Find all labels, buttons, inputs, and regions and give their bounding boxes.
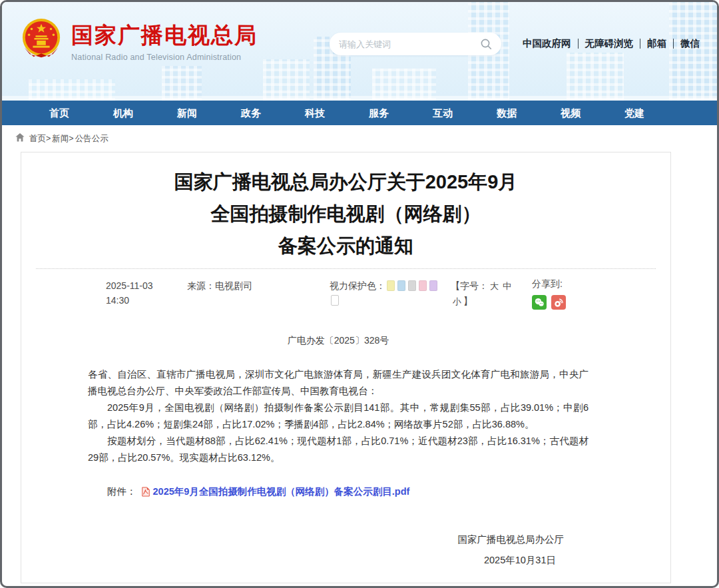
font-size-prefix: 【字号： <box>451 280 488 291</box>
nav-item-1[interactable]: 首页 <box>27 101 91 125</box>
browser-frame: 国家广播电视总局 National Radio and Television A… <box>0 0 719 588</box>
signature-block: 国家广播电视总局办公厅 2025年10月31日 <box>88 529 589 571</box>
article-paragraph-2: 2025年9月，全国电视剧（网络剧）拍摄制作备案公示剧目141部。其中，常规剧集… <box>88 400 589 433</box>
nav-item-9[interactable]: 视频 <box>539 101 602 125</box>
eye-color-swatch-2[interactable] <box>397 280 405 291</box>
pdf-icon <box>141 487 150 497</box>
eye-protection-control: 视力保护色： <box>330 278 444 310</box>
wechat-share-icon[interactable] <box>532 295 547 310</box>
attachment-label: 附件： <box>107 483 136 500</box>
national-emblem-logo <box>21 18 62 65</box>
document-number: 广电办发〔2025〕328号 <box>88 332 589 349</box>
eye-color-swatch-3[interactable] <box>408 280 416 291</box>
attachment-row: 附件： 2025年9月全国拍摄制作电视剧（网络剧）备案公示剧目.pdf <box>88 483 589 500</box>
breadcrumb-item-3: 公告公示 <box>75 134 109 143</box>
nav-item-7[interactable]: 互动 <box>411 101 475 125</box>
nav-item-10[interactable]: 党建 <box>602 101 666 125</box>
search-input[interactable] <box>339 39 480 49</box>
eye-color-swatch-5[interactable] <box>429 280 437 291</box>
divider <box>578 39 579 49</box>
share-label: 分享到: <box>532 278 566 290</box>
top-link-4[interactable]: 微信 <box>680 37 700 50</box>
site-brand[interactable]: 国家广播电视总局 National Radio and Television A… <box>21 18 258 65</box>
nav-item-2[interactable]: 机构 <box>91 101 155 125</box>
header-decoration <box>567 53 624 101</box>
share-icons <box>532 295 566 310</box>
brand-text: 国家广播电视总局 National Radio and Television A… <box>71 21 258 62</box>
eye-color-swatch-4[interactable] <box>419 280 427 291</box>
weibo-share-icon[interactable] <box>551 295 566 310</box>
home-icon[interactable] <box>15 133 25 144</box>
nav-item-8[interactable]: 数据 <box>475 101 539 125</box>
breadcrumb-item-1[interactable]: 首页> <box>29 134 51 143</box>
header-decoration <box>263 59 310 101</box>
header-decoration <box>669 2 717 101</box>
main-nav: 首页机构新闻政务科技服务互动数据视频党建 <box>2 101 717 125</box>
header-decoration <box>2 96 717 101</box>
publish-date: 2025-11-03 14:30 <box>106 278 154 310</box>
eye-protection-label: 视力保护色： <box>330 280 385 291</box>
breadcrumb-item-2[interactable]: 新闻> <box>52 134 73 143</box>
font-size-option-1[interactable]: 大 <box>490 281 499 291</box>
search-icon[interactable] <box>480 38 492 50</box>
signature-date: 2025年10月31日 <box>88 550 564 571</box>
nav-item-5[interactable]: 科技 <box>283 101 347 125</box>
article-body: 广电办发〔2025〕328号 各省、自治区、直辖市广播电视局，深圳市文化广电旅游… <box>21 332 670 571</box>
article-title-line-1: 国家广播电视总局办公厅关于2025年9月 <box>48 166 644 198</box>
font-size-suffix: 】 <box>463 296 473 306</box>
divider <box>640 39 640 49</box>
site-header: 国家广播电视总局 National Radio and Television A… <box>2 2 717 101</box>
eye-color-swatch-1[interactable] <box>387 280 395 291</box>
breadcrumb: 首页>新闻>公告公示 <box>2 125 717 152</box>
eye-color-swatch-6[interactable] <box>331 295 339 306</box>
nav-item-3[interactable]: 新闻 <box>155 101 219 125</box>
search-box[interactable] <box>330 33 501 55</box>
article-paragraph-3: 按题材划分，当代题材88部，占比62.41%；现代题材1部，占比0.71%；近代… <box>88 433 589 466</box>
article-paragraph-1: 各省、自治区、直辖市广播电视局，深圳市文化广电旅游体育局，新疆生产建设兵团文化体… <box>88 366 589 400</box>
top-links: 中国政府网无障碍浏览邮箱微信 <box>523 37 700 50</box>
font-size-control: 【字号：大中小】 <box>451 278 528 310</box>
article-meta: 2025-11-03 14:30 来源：电视剧司 视力保护色： 【字号：大中小】… <box>21 269 670 310</box>
site-title: 国家广播电视总局 <box>71 21 258 51</box>
attachment-link[interactable]: 2025年9月全国拍摄制作电视剧（网络剧）备案公示剧目.pdf <box>153 483 410 500</box>
article-card: 国家广播电视总局办公厅关于2025年9月全国拍摄制作电视剧（网络剧）备案公示的通… <box>21 152 671 583</box>
nav-item-6[interactable]: 服务 <box>347 101 411 125</box>
font-size-option-3[interactable]: 小 <box>453 296 461 306</box>
breadcrumb-items: 首页>新闻>公告公示 <box>29 133 110 145</box>
divider <box>673 39 674 49</box>
top-link-3[interactable]: 邮箱 <box>647 37 666 50</box>
share-control: 分享到: <box>532 278 566 310</box>
article-title: 国家广播电视总局办公厅关于2025年9月全国拍摄制作电视剧（网络剧）备案公示的通… <box>48 166 644 262</box>
site-subtitle: National Radio and Television Administra… <box>71 53 258 62</box>
font-size-option-2[interactable]: 中 <box>503 281 511 291</box>
nav-item-4[interactable]: 政务 <box>219 101 283 125</box>
article-title-line-3: 备案公示的通知 <box>48 230 644 262</box>
top-link-1[interactable]: 中国政府网 <box>523 37 571 50</box>
signature-org: 国家广播电视总局办公厅 <box>88 529 564 550</box>
article-title-line-2: 全国拍摄制作电视剧（网络剧） <box>48 198 644 230</box>
top-link-2[interactable]: 无障碍浏览 <box>585 37 634 50</box>
article-source: 来源：电视剧司 <box>187 278 288 310</box>
